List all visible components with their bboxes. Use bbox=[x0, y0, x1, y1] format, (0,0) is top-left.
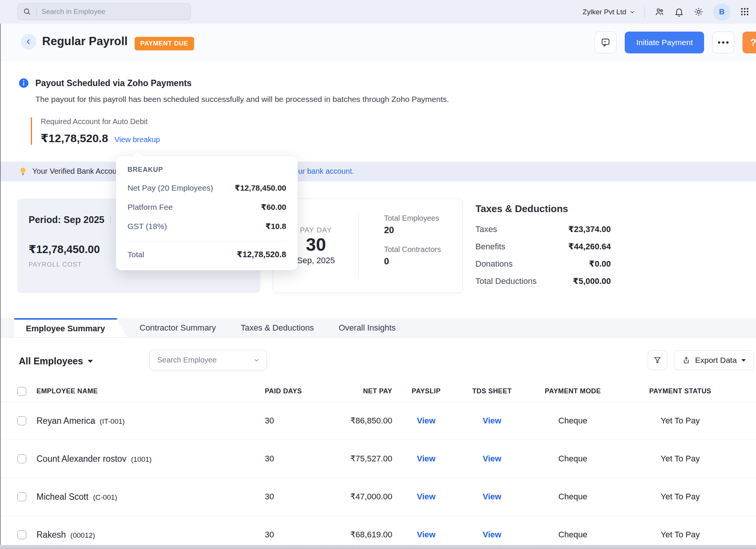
employee-id: (IT-001) bbox=[100, 417, 125, 425]
col-net-pay: NET PAY bbox=[302, 387, 392, 395]
breakup-total-label: Total bbox=[128, 250, 144, 259]
payment-status-cell: Yet To Pay bbox=[622, 416, 739, 426]
payout-notice-title: Payout Scheduled via Zoho Payments bbox=[35, 78, 191, 88]
breakup-divider bbox=[128, 241, 286, 241]
search-input[interactable]: Search in Employee bbox=[17, 3, 191, 20]
avatar[interactable]: B bbox=[713, 3, 730, 21]
topbar: Search in Employee Zylker Pvt Ltd B bbox=[0, 0, 756, 24]
breakup-row: GST (18%) ₹10.8 bbox=[128, 222, 286, 231]
tab[interactable]: Employee Summary bbox=[14, 318, 127, 337]
breakup-popup: BREAKUP Net Pay (20 Employees) ₹12,78,45… bbox=[116, 156, 298, 270]
table-row: Count Alexander rostov (1001) 30 ₹75,527… bbox=[0, 440, 756, 478]
tax-value: ₹44,260.64 bbox=[568, 242, 611, 252]
search-employee-select[interactable]: Search Employee bbox=[149, 350, 267, 370]
export-data-button[interactable]: Export Data bbox=[674, 350, 754, 370]
payslip-view-link[interactable]: View bbox=[392, 454, 460, 464]
breakup-title: BREAKUP bbox=[128, 166, 286, 174]
select-all-checkbox[interactable] bbox=[17, 387, 26, 396]
taxes-deductions-panel: Taxes & Deductions Taxes ₹23,374.00 Bene… bbox=[475, 203, 611, 294]
chevron-down-icon bbox=[253, 357, 260, 364]
chevron-down-icon bbox=[629, 9, 635, 15]
table-body: Reyan America (IT-001) 30 ₹86,850.00 Vie… bbox=[0, 402, 756, 549]
page-title: Regular Payroll bbox=[42, 35, 128, 48]
tds-view-link[interactable]: View bbox=[460, 416, 524, 426]
tax-label: Taxes bbox=[475, 224, 497, 234]
payslip-view-link[interactable]: View bbox=[392, 530, 460, 540]
tax-row: Total Deductions ₹5,000.00 bbox=[475, 276, 611, 286]
comment-icon bbox=[601, 38, 610, 47]
col-paid-days: PAID DAYS bbox=[246, 387, 302, 395]
search-placeholder: Search in Employee bbox=[41, 8, 105, 16]
header-actions: Initiate Payment ? bbox=[595, 32, 756, 53]
tax-row: Taxes ₹23,374.00 bbox=[475, 224, 611, 234]
search-icon bbox=[23, 8, 31, 16]
taxes-panel-title: Taxes & Deductions bbox=[475, 203, 611, 215]
payday-day: 30 bbox=[306, 235, 326, 255]
view-breakup-link[interactable]: View breakup bbox=[114, 135, 160, 144]
apps-grid-icon[interactable] bbox=[740, 7, 750, 17]
payment-status-cell: Yet To Pay bbox=[622, 530, 739, 540]
more-options-button[interactable] bbox=[712, 32, 734, 53]
help-button[interactable]: ? bbox=[742, 32, 756, 53]
tab[interactable]: Overall Insights bbox=[326, 318, 408, 337]
col-payslip: PAYSLIP bbox=[392, 387, 460, 395]
row-checkbox[interactable] bbox=[17, 416, 26, 425]
search-divider bbox=[36, 8, 36, 16]
payroll-cost-caption: PAYROLL COST bbox=[29, 261, 82, 268]
breakup-row-label: GST (18%) bbox=[128, 222, 167, 231]
payslip-view-link[interactable]: View bbox=[392, 492, 460, 502]
row-checkbox[interactable] bbox=[17, 454, 26, 463]
employee-id: (00012) bbox=[70, 531, 95, 539]
initiate-payment-button[interactable]: Initiate Payment bbox=[625, 32, 704, 53]
tab[interactable]: Taxes & Deductions bbox=[228, 318, 326, 337]
employee-scope-dropdown[interactable]: All Employees bbox=[19, 356, 93, 367]
row-checkbox[interactable] bbox=[17, 492, 26, 501]
chevron-left-icon bbox=[24, 38, 33, 46]
payment-mode-cell: Cheque bbox=[524, 492, 622, 502]
org-name: Zylker Pvt Ltd bbox=[583, 8, 626, 16]
employee-name: Reyan America bbox=[36, 416, 95, 426]
payslip-view-link[interactable]: View bbox=[392, 416, 460, 426]
table-header: EMPLOYEE NAME PAID DAYS NET PAY PAYSLIP … bbox=[0, 381, 756, 402]
col-employee-name: EMPLOYEE NAME bbox=[36, 387, 246, 395]
window-left-edge bbox=[0, 24, 1, 549]
paid-days-cell: 30 bbox=[246, 530, 302, 540]
tab-label: Taxes & Deductions bbox=[241, 323, 314, 333]
row-checkbox[interactable] bbox=[17, 530, 26, 539]
notifications-bell-icon[interactable] bbox=[674, 7, 684, 17]
comments-button[interactable] bbox=[595, 32, 616, 53]
bank-banner-link[interactable]: our bank account. bbox=[294, 167, 354, 176]
caret-down-icon bbox=[741, 359, 746, 362]
col-tds-sheet: TDS SHEET bbox=[460, 387, 524, 395]
tax-value: ₹0.00 bbox=[589, 259, 611, 269]
required-account-label: Required Account for Auto Debit bbox=[41, 117, 160, 126]
bank-banner-text: Your Verified Bank Accou bbox=[32, 167, 117, 176]
paid-days-cell: 30 bbox=[246, 492, 302, 502]
total-contractors-label: Total Contractors bbox=[384, 245, 441, 254]
tab-label: Contractor Summary bbox=[140, 323, 216, 333]
export-label: Export Data bbox=[695, 356, 737, 365]
tax-label: Benefits bbox=[475, 242, 506, 252]
net-pay-cell: ₹47,000.00 bbox=[302, 492, 392, 502]
table-row: Reyan America (IT-001) 30 ₹86,850.00 Vie… bbox=[0, 402, 756, 440]
employee-name: Count Alexander rostov bbox=[36, 454, 126, 464]
tds-view-link[interactable]: View bbox=[460, 492, 524, 502]
back-button[interactable] bbox=[21, 34, 36, 50]
tds-view-link[interactable]: View bbox=[460, 530, 524, 540]
filter-button[interactable] bbox=[648, 350, 667, 370]
tab[interactable]: Contractor Summary bbox=[127, 318, 228, 337]
breakup-row-value: ₹60.00 bbox=[261, 203, 286, 212]
tab-label: Overall Insights bbox=[339, 323, 396, 333]
breakup-row: Net Pay (20 Employees) ₹12,78,450.00 bbox=[128, 184, 286, 193]
org-switcher[interactable]: Zylker Pvt Ltd bbox=[583, 8, 635, 16]
payroll-page: Search in Employee Zylker Pvt Ltd B bbox=[0, 0, 756, 549]
breakup-row-value: ₹12,78,450.00 bbox=[235, 184, 286, 193]
breakup-row-value: ₹10.8 bbox=[266, 222, 286, 231]
payday-label: PAY DAY bbox=[300, 226, 332, 234]
users-icon[interactable] bbox=[654, 7, 665, 17]
payment-mode-cell: Cheque bbox=[524, 530, 622, 540]
tax-label: Donations bbox=[475, 259, 513, 269]
tds-view-link[interactable]: View bbox=[460, 454, 524, 464]
settings-gear-icon[interactable] bbox=[694, 7, 704, 17]
bottom-scroll-strip[interactable] bbox=[0, 545, 756, 549]
